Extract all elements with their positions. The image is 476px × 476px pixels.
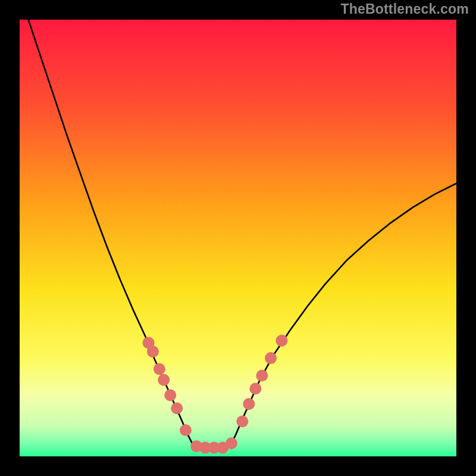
highlight-dot <box>256 369 268 381</box>
highlight-dot <box>180 424 192 436</box>
highlight-dot <box>147 346 159 358</box>
highlight-dot <box>226 437 237 449</box>
highlight-dot <box>236 415 248 427</box>
highlight-dot <box>164 389 176 401</box>
watermark-label: TheBottleneck.com <box>340 1 469 17</box>
highlight-dot <box>171 402 183 414</box>
plot-area <box>20 20 456 456</box>
highlight-dot <box>275 334 287 346</box>
highlight-dot <box>158 374 170 386</box>
highlight-dot <box>243 398 255 410</box>
highlight-dot <box>265 352 277 364</box>
highlight-dot <box>249 383 261 394</box>
chart-frame: TheBottleneck.com <box>0 0 476 476</box>
highlight-dot <box>154 363 165 375</box>
chart-svg <box>20 20 456 456</box>
gradient-background <box>20 20 456 456</box>
